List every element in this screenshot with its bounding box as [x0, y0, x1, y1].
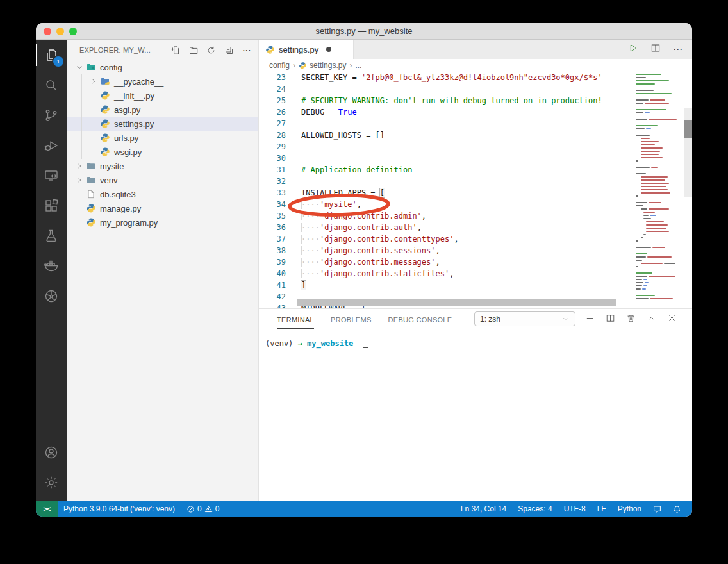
code-line-35[interactable]: 35····'django.contrib.admin',: [259, 210, 692, 222]
line-content: ····'django.contrib.staticfiles',: [301, 269, 454, 278]
breadcrumb-item[interactable]: settings.py: [299, 61, 346, 70]
kill-terminal-button[interactable]: [626, 313, 636, 326]
activity-run-debug[interactable]: [36, 130, 67, 160]
activity-manage[interactable]: [36, 467, 67, 497]
activity-source-control[interactable]: [36, 100, 67, 130]
problems-status[interactable]: 0 0: [181, 504, 225, 513]
activity-kubernetes[interactable]: [36, 281, 67, 311]
new-folder-icon[interactable]: [188, 46, 198, 55]
folder-icon: [86, 175, 96, 185]
k8s-icon: [44, 288, 59, 304]
explorer-header: EXPLORER: MY_W... ⋯: [67, 40, 258, 60]
refresh-explorer-icon[interactable]: [206, 46, 216, 55]
code-line-25[interactable]: 25# SECURITY WARNING: don't run with deb…: [259, 95, 692, 106]
split-editor-button[interactable]: [650, 43, 661, 56]
code-line-33[interactable]: 33INSTALLED_APPS = [: [259, 187, 692, 199]
code-line-28[interactable]: 28ALLOWED_HOSTS = []: [259, 129, 692, 141]
split-terminal-button[interactable]: [606, 313, 615, 326]
panel-tab-debug-console[interactable]: DEBUG CONSOLE: [388, 310, 452, 329]
tree-item-my-program-py[interactable]: my_program.py: [67, 215, 258, 229]
activity-extensions[interactable]: [36, 190, 67, 220]
code-line-41[interactable]: 41]: [259, 279, 692, 291]
code-line-38[interactable]: 38····'django.contrib.sessions',: [259, 245, 692, 256]
status-python[interactable]: Python: [612, 504, 647, 513]
remote-indicator[interactable]: ><: [36, 501, 58, 517]
zoom-window-button[interactable]: [69, 28, 77, 35]
tree-item-wsgi-py[interactable]: wsgi.py: [67, 145, 258, 159]
tree-item-manage-py[interactable]: manage.py: [67, 201, 258, 215]
chevron-right-icon: [74, 175, 85, 185]
activity-bar-bottom: [36, 437, 67, 501]
activity-account[interactable]: [36, 437, 67, 467]
python-icon: [265, 45, 275, 54]
panel-tab-problems[interactable]: PROBLEMS: [331, 310, 372, 329]
tree-item-settings-py[interactable]: settings.py: [67, 117, 258, 131]
activity-search[interactable]: [36, 70, 67, 100]
terminal-prompt[interactable]: (venv) → my_website: [265, 338, 692, 348]
status-spaces[interactable]: Spaces: 4: [512, 504, 558, 513]
vertical-scrollbar[interactable]: [684, 72, 692, 308]
breadcrumb-label: ...: [355, 61, 361, 70]
feedback-button[interactable]: [647, 505, 667, 513]
code-line-29[interactable]: 29: [259, 141, 692, 153]
code-line-32[interactable]: 32: [259, 176, 692, 187]
tab-settings-py[interactable]: settings.py: [259, 40, 354, 59]
activity-remote-explorer[interactable]: [36, 160, 67, 190]
maximize-panel-button[interactable]: [647, 313, 656, 326]
breadcrumb-item[interactable]: ...: [355, 61, 361, 70]
activity-testing[interactable]: [36, 220, 67, 251]
explorer-title: EXPLORER: MY_W...: [79, 46, 151, 54]
tab-label: settings.py: [279, 45, 318, 54]
close-panel-button[interactable]: [667, 313, 677, 326]
activity-docker[interactable]: [36, 251, 67, 281]
code-editor[interactable]: 23SECRET_KEY = '2fpb@0_fbct&_ylz33kz@d!t…: [259, 72, 692, 308]
chevron-down-icon: [562, 315, 570, 323]
new-file-icon[interactable]: [170, 46, 180, 55]
collapse-folders-icon[interactable]: [224, 46, 234, 55]
run-python-file-button[interactable]: [628, 43, 638, 56]
feedback-smiley-icon: [653, 505, 661, 513]
status-lf[interactable]: LF: [592, 504, 612, 513]
code-line-34[interactable]: 34····'mysite',: [259, 199, 692, 210]
code-line-24[interactable]: 24: [259, 83, 692, 95]
code-line-23[interactable]: 23SECRET_KEY = '2fpb@0_fbct&_ylz33kz@d!t…: [259, 72, 692, 83]
tree-item-mysite[interactable]: mysite: [67, 159, 258, 173]
activity-explorer[interactable]: 1: [36, 40, 67, 70]
tree-item-db-sqlite3[interactable]: db.sqlite3: [67, 187, 258, 201]
status-ln[interactable]: Ln 34, Col 14: [455, 504, 512, 513]
tree-item-config[interactable]: config: [67, 60, 258, 74]
notifications-button[interactable]: [667, 505, 687, 513]
traffic-lights: [44, 28, 77, 35]
status-utf-8[interactable]: UTF-8: [558, 504, 592, 513]
close-window-button[interactable]: [44, 28, 51, 35]
code-line-36[interactable]: 36····'django.contrib.auth',: [259, 222, 692, 233]
warning-count: 0: [215, 504, 220, 513]
modified-dot-icon[interactable]: [326, 47, 331, 52]
code-line-39[interactable]: 39····'django.contrib.messages',: [259, 256, 692, 268]
editor-more-actions-icon[interactable]: ⋯: [673, 44, 683, 55]
explorer-more-actions-icon[interactable]: ⋯: [242, 47, 252, 53]
tree-item-urls-py[interactable]: urls.py: [67, 131, 258, 145]
tree-item--init-py[interactable]: __init__.py: [67, 88, 258, 103]
line-number: 29: [259, 141, 301, 153]
code-line-40[interactable]: 40····'django.contrib.staticfiles',: [259, 268, 692, 279]
panel-tab-terminal[interactable]: TERMINAL: [277, 310, 314, 329]
code-line-37[interactable]: 37····'django.contrib.contenttypes',: [259, 233, 692, 245]
tree-item-venv[interactable]: venv: [67, 173, 258, 187]
code-line-30[interactable]: 30: [259, 153, 692, 164]
tree-item-asgi-py[interactable]: asgi.py: [67, 103, 258, 117]
terminal-shell-select[interactable]: 1: zsh: [474, 311, 575, 326]
breadcrumb-item[interactable]: config: [269, 61, 290, 70]
extensions-icon: [44, 198, 59, 213]
line-number: 39: [259, 256, 301, 268]
scrollbar-thumb[interactable]: [684, 120, 692, 138]
code-line-26[interactable]: 26DEBUG = True: [259, 106, 692, 118]
new-terminal-button[interactable]: [585, 313, 595, 326]
minimap[interactable]: [633, 72, 684, 308]
tree-item--pycache-[interactable]: __pycache__: [67, 74, 258, 88]
horizontal-scrollbar[interactable]: [297, 299, 616, 306]
code-line-27[interactable]: 27: [259, 118, 692, 129]
code-line-31[interactable]: 31# Application definition: [259, 164, 692, 176]
minimize-window-button[interactable]: [56, 28, 64, 35]
python-interpreter-status[interactable]: Python 3.9.0 64-bit ('venv': venv): [58, 504, 181, 513]
